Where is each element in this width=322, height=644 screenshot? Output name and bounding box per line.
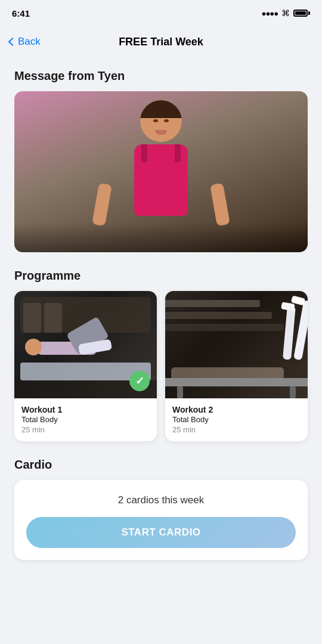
workout-2-duration: 25 min [172, 425, 301, 434]
workout-2-sub: Total Body [172, 415, 301, 424]
programme-label: Programme [14, 269, 308, 283]
completed-badge-1: ✓ [129, 371, 150, 391]
nav-bar: Back FREE Trial Week [0, 26, 322, 57]
workout-1-info: Workout 1 Total Body 25 min [14, 398, 157, 441]
cardio-card: 2 cardios this week START CARDIO [14, 480, 308, 560]
workout-card-1[interactable]: ✓ Workout 1 Total Body 25 min [14, 291, 157, 441]
cardio-info-text: 2 cardios this week [118, 494, 205, 506]
wifi-icon: ⌘ [281, 8, 290, 18]
content-area: Message from Tyen [0, 57, 322, 584]
status-time: 6:41 [12, 8, 30, 18]
check-icon-1: ✓ [135, 376, 144, 386]
battery-icon [293, 10, 310, 17]
workout-1-thumbnail: ✓ [14, 291, 157, 398]
workout-2-scene [165, 291, 308, 398]
person-head [140, 100, 182, 142]
person-body [134, 144, 188, 216]
start-cardio-label: START CARDIO [121, 527, 200, 538]
workout-card-2[interactable]: Workout 2 Total Body 25 min [165, 291, 308, 441]
workout-2-name: Workout 2 [172, 404, 301, 415]
workout-1-duration: 25 min [21, 425, 150, 434]
cardio-label: Cardio [14, 458, 308, 472]
back-chevron-icon [8, 38, 17, 46]
workout-1-sub: Total Body [21, 415, 150, 424]
programme-section: Programme [14, 269, 308, 441]
status-bar: 6:41 ●●●● ⌘ [0, 0, 322, 26]
workout-grid: ✓ Workout 1 Total Body 25 min [14, 291, 308, 441]
back-label[interactable]: Back [18, 36, 41, 48]
message-video-thumbnail[interactable] [14, 91, 308, 252]
page-title: FREE Trial Week [119, 36, 203, 48]
back-button[interactable]: Back [10, 36, 41, 48]
message-section-label: Message from Tyen [14, 69, 308, 83]
workout-2-info: Workout 2 Total Body 25 min [165, 398, 308, 441]
status-icons: ●●●● ⌘ [262, 8, 310, 18]
workout-2-thumbnail [165, 291, 308, 398]
signal-icon: ●●●● [262, 9, 278, 18]
start-cardio-button[interactable]: START CARDIO [26, 517, 296, 548]
cardio-section: Cardio 2 cardios this week START CARDIO [14, 458, 308, 560]
video-person [107, 100, 215, 243]
workout-1-name: Workout 1 [21, 404, 150, 415]
